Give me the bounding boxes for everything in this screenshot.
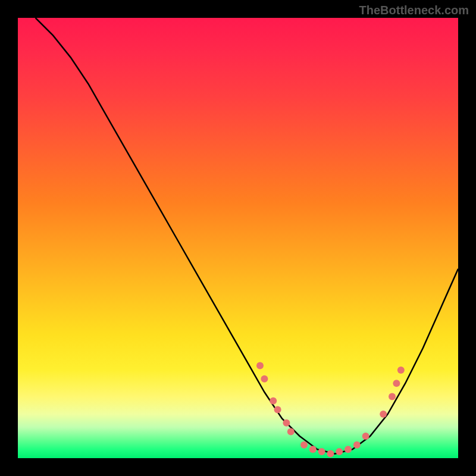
watermark-text: TheBottleneck.com (359, 4, 469, 17)
chart-plot-area (18, 18, 458, 458)
data-points-group (256, 362, 405, 458)
data-point (336, 448, 343, 455)
data-point (393, 380, 400, 387)
chart-svg (18, 18, 458, 458)
data-point (362, 433, 369, 440)
data-point (256, 362, 264, 369)
data-point (353, 441, 361, 449)
data-point (345, 446, 352, 453)
data-point (261, 375, 268, 383)
data-point (274, 406, 281, 414)
data-point (283, 419, 290, 427)
data-point (318, 448, 325, 455)
data-point (270, 397, 277, 405)
data-point (380, 411, 387, 418)
data-point (397, 367, 405, 374)
data-point (309, 446, 317, 453)
data-point (300, 441, 308, 449)
data-point (389, 393, 396, 400)
bottleneck-curve (36, 18, 458, 454)
data-point (287, 428, 295, 436)
data-point (327, 450, 334, 458)
